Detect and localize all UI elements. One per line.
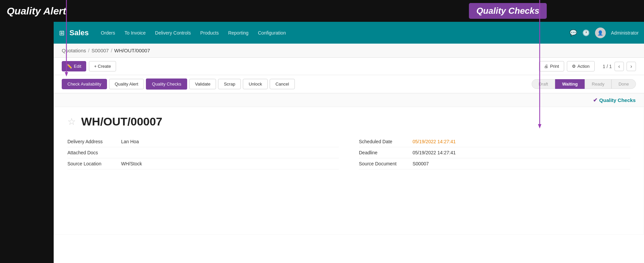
pipeline-draft: Draft [532,79,555,89]
pipeline-status: Draft Waiting Ready Done [532,79,636,89]
history-icon[interactable]: 🕐 [582,29,590,37]
field-label-scheduled: Scheduled Date [359,139,413,144]
breadcrumb-wh-out: WH/OUT/00007 [114,48,150,53]
field-label-delivery: Delivery Address [67,139,121,144]
pipeline-ready: Ready [585,79,611,89]
document-header: ☆ WH/OUT/00007 [54,107,644,136]
form-section: Delivery Address Lan Hoa Attached Docs S… [54,136,644,179]
pipeline-done: Done [611,79,636,89]
field-delivery-address: Delivery Address Lan Hoa [67,136,339,147]
nav-products[interactable]: Products [196,28,223,38]
field-label-attached: Attached Docs [67,150,121,155]
brand-name: Sales [69,29,89,37]
action-bar: ✏️ Edit + Create 🖨 Print ⚙ Action 1 / 1 … [54,58,644,75]
favorite-star-icon[interactable]: ☆ [67,116,76,127]
field-source-document: Source Document S00007 [359,158,630,169]
quality-checks-badge: Quality Checks [469,3,547,19]
field-value-source-loc: WH/Stock [121,161,142,166]
cancel-button[interactable]: Cancel [270,79,294,89]
edit-button[interactable]: ✏️ Edit [62,61,86,71]
validate-button[interactable]: Validate [189,79,216,89]
field-value-delivery: Lan Hoa [121,139,139,144]
grid-icon[interactable]: ⊞ [59,29,65,37]
field-label-deadline: Deadline [359,150,413,155]
breadcrumb-sep-1: / [88,48,90,53]
edit-icon: ✏️ [67,64,72,69]
prev-page-button[interactable]: ‹ [614,62,624,71]
quality-alert-badge: Quality Alert [0,5,73,17]
breadcrumb-quotations[interactable]: Quotations [62,48,86,53]
field-value-deadline: 05/19/2022 14:27:41 [413,150,455,155]
field-attached-docs: Attached Docs [67,147,339,158]
unlock-button[interactable]: Unlock [243,79,268,89]
username: Administrator [611,30,639,36]
field-value-source-doc: S00007 [413,161,429,166]
print-icon: 🖨 [544,64,548,69]
breadcrumb-s00007[interactable]: S00007 [92,48,109,53]
quality-checks-button[interactable]: Quality Checks [146,78,187,90]
quality-alert-button[interactable]: Quality Alert [109,79,144,89]
print-button[interactable]: 🖨 Print [539,61,564,71]
page-navigation: 1 / 1 ‹ › [603,62,636,71]
nav-orders[interactable]: Orders [97,28,119,38]
breadcrumb: Quotations / S00007 / WH/OUT/00007 [54,44,644,58]
field-label-source-doc: Source Document [359,161,413,166]
page-info: 1 / 1 [603,64,612,69]
quality-checks-bar: ✔ Quality Checks [54,94,644,107]
nav-to-invoice[interactable]: To Invoice [120,28,150,38]
chat-icon[interactable]: 💬 [570,29,577,37]
document-title: WH/OUT/00007 [81,115,162,128]
content-area: ✔ Quality Checks ☆ WH/OUT/00007 Delivery… [54,93,644,235]
field-value-scheduled: 05/19/2022 14:27:41 [413,139,455,144]
create-button[interactable]: + Create [89,61,116,71]
next-page-button[interactable]: › [627,62,636,71]
breadcrumb-sep-2: / [111,48,112,53]
gear-icon: ⚙ [572,64,576,69]
field-scheduled-date: Scheduled Date 05/19/2022 14:27:41 [359,136,630,147]
navbar: ⊞ Sales Orders To Invoice Delivery Contr… [54,22,644,44]
nav-configuration[interactable]: Configuration [254,28,290,38]
avatar: 👤 [595,28,606,38]
action-button[interactable]: ⚙ Action [567,61,595,71]
pipeline-waiting: Waiting [555,79,585,89]
scrap-button[interactable]: Scrap [218,79,241,89]
check-availability-button[interactable]: Check Availability [62,79,107,89]
nav-reporting[interactable]: Reporting [224,28,253,38]
checkmark-icon: ✔ [593,97,597,103]
status-bar: Check Availability Quality Alert Quality… [54,75,644,93]
quality-checks-link[interactable]: ✔ Quality Checks [593,97,636,103]
field-source-location: Source Location WH/Stock [67,158,339,169]
field-label-source-loc: Source Location [67,161,121,166]
field-deadline: Deadline 05/19/2022 14:27:41 [359,147,630,158]
nav-delivery-controls[interactable]: Delivery Controls [151,28,195,38]
